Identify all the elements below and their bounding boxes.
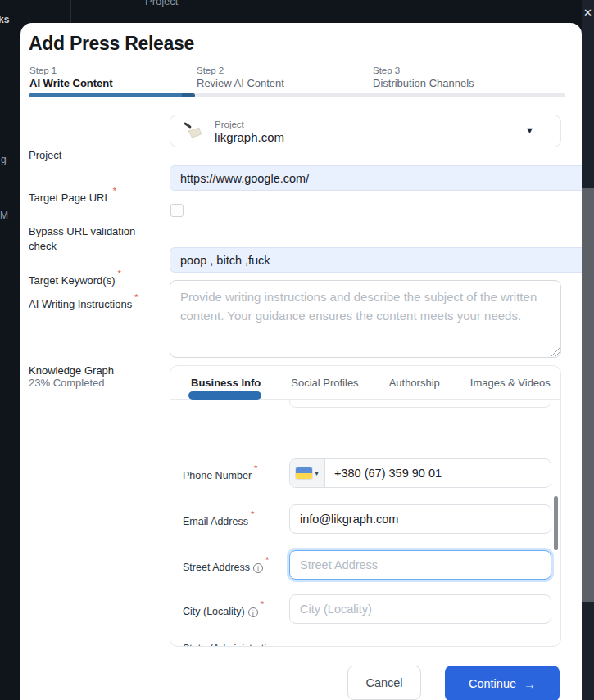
required-asterisk: * xyxy=(261,599,264,609)
knowledge-graph-panel: Business Info Social Profiles Authorship… xyxy=(170,365,561,647)
label-text: Target Page URL xyxy=(29,192,111,204)
phone-number-label: Phone Number* xyxy=(183,466,288,483)
add-press-release-dialog: Add Press Release Step 1 AI Write Conten… xyxy=(20,23,582,700)
close-icon[interactable]: ✕ xyxy=(583,7,592,19)
target-keywords-input[interactable] xyxy=(170,247,582,273)
step-label: Review AI Content xyxy=(197,77,360,89)
knowledge-graph-status: 23% Completed xyxy=(29,377,105,389)
email-address-input[interactable] xyxy=(289,504,551,534)
chevron-down-icon: ▾ xyxy=(315,470,318,477)
project-select-caption: Project xyxy=(215,120,244,129)
tab-authorship[interactable]: Authorship xyxy=(389,377,440,389)
clipped-input-above xyxy=(289,400,551,408)
wizard-step-1: Step 1 AI Write Content xyxy=(29,65,193,89)
phone-number-input[interactable] xyxy=(325,459,551,487)
email-address-label: Email Address* xyxy=(183,512,288,529)
info-icon[interactable]: i xyxy=(248,607,258,617)
required-asterisk: * xyxy=(134,292,138,302)
phone-number-field: ▾ xyxy=(289,458,551,488)
step-label: AI Write Content xyxy=(29,77,193,89)
wizard-step-2: Step 2 Review AI Content xyxy=(197,65,360,89)
street-address-label: Street Addressi* xyxy=(183,558,288,575)
ai-instructions-label: AI Writing Instructions* xyxy=(29,295,138,312)
info-icon[interactable]: i xyxy=(253,563,263,573)
label-text: Street Address xyxy=(183,562,250,573)
active-tab-indicator xyxy=(188,391,261,400)
required-asterisk: * xyxy=(251,509,254,519)
target-page-url-label: Target Page URL* xyxy=(29,188,116,205)
required-asterisk: * xyxy=(265,555,269,565)
panel-scrollbar-thumb[interactable] xyxy=(554,496,558,550)
background-header-divider xyxy=(70,0,71,23)
bypass-validation-label: Bypass URL validation check xyxy=(29,224,153,253)
label-text: Target Keyword(s) xyxy=(29,274,115,287)
required-asterisk: * xyxy=(254,463,257,473)
background-text-fragment: g xyxy=(1,154,7,165)
label-text: State (Administrative Area) xyxy=(183,643,277,646)
background-text-fragment: M xyxy=(0,210,8,221)
city-input[interactable] xyxy=(289,594,551,624)
page-scrollbar-track[interactable]: ✕ xyxy=(582,0,594,700)
ukraine-flag-icon xyxy=(296,467,312,479)
label-text: AI Writing Instructions xyxy=(29,298,132,310)
state-label: State (Administrative Area)i* xyxy=(183,641,288,646)
label-text: Phone Number xyxy=(183,470,252,481)
label-text: City (Locality) xyxy=(183,606,245,617)
background-text-fragment: ks xyxy=(0,14,9,25)
label-text: Email Address xyxy=(183,516,248,527)
required-asterisk: * xyxy=(117,269,120,278)
tab-business-info[interactable]: Business Info xyxy=(191,377,261,389)
tab-social-profiles[interactable]: Social Profiles xyxy=(291,377,358,389)
wizard-progress-fill xyxy=(29,93,195,97)
continue-button[interactable]: Continue → xyxy=(445,666,560,700)
kg-scroll-area[interactable]: Phone Number* ▾ Email Address* Street Ad… xyxy=(170,400,560,646)
project-select[interactable]: Project likgraph.com ▼ xyxy=(170,115,561,147)
bypass-validation-checkbox[interactable] xyxy=(170,204,184,217)
step-label: Distribution Channels xyxy=(373,77,537,89)
target-page-url-input[interactable] xyxy=(170,165,582,191)
project-select-value: likgraph.com xyxy=(215,130,284,144)
page-title: Add Press Release xyxy=(29,33,194,55)
city-label: City (Locality)i* xyxy=(183,602,288,619)
wizard-step-3: Step 3 Distribution Channels xyxy=(373,65,537,89)
street-address-input[interactable] xyxy=(289,550,551,580)
chevron-down-icon: ▼ xyxy=(525,125,534,135)
knife-favicon-icon xyxy=(182,122,203,142)
target-keywords-label: Target Keyword(s)* xyxy=(29,271,121,288)
step-number: Step 2 xyxy=(197,65,360,75)
background-project-label: Project xyxy=(145,0,178,7)
cancel-button[interactable]: Cancel xyxy=(347,666,421,700)
required-asterisk: * xyxy=(113,186,116,196)
knowledge-graph-label: Knowledge Graph xyxy=(29,364,114,377)
page-scrollbar-thumb[interactable] xyxy=(582,188,594,602)
continue-button-label: Continue xyxy=(469,677,516,690)
project-label: Project xyxy=(29,148,61,163)
country-code-selector[interactable]: ▾ xyxy=(290,459,325,487)
wizard-progress-bar xyxy=(29,93,565,97)
arrow-right-icon: → xyxy=(524,677,536,691)
step-number: Step 1 xyxy=(29,65,193,75)
step-number: Step 3 xyxy=(373,65,537,75)
tab-images-videos[interactable]: Images & Videos xyxy=(470,377,551,389)
ai-instructions-textarea[interactable] xyxy=(170,280,561,358)
